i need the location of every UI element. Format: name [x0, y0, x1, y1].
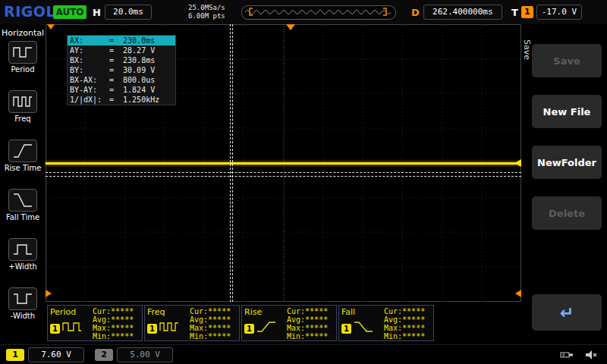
cursor-readout: AX: = 230.0ms AY: = 28.27 V BX: = 230.8m…	[67, 35, 176, 105]
cursor-ax-line[interactable]	[230, 24, 231, 302]
measurement-freq[interactable]: Freq 1 Cur:***** Avg:***** Max:***** Min…	[144, 305, 240, 341]
channel-badge: 1	[50, 324, 60, 334]
delay-label: D	[411, 7, 420, 18]
cursor-row-byay: BY-AY: = 1.824 V	[68, 85, 175, 95]
cursor-bx-line[interactable]	[232, 24, 233, 302]
memory-depth-value: 6.00M pts	[188, 12, 225, 20]
delay-value[interactable]: 262.400000ms	[423, 5, 502, 20]
menu-item-fall-time[interactable]: Fall Time	[0, 189, 46, 221]
freq-icon	[8, 90, 37, 113]
menu-item-label: Fall Time	[0, 213, 46, 221]
menu-item-label: Period	[0, 65, 46, 74]
left-menu: Horizontal Period Freq Rise Time Fall Ti…	[0, 24, 46, 343]
right-menu-tab: Save	[522, 39, 532, 60]
delay-group: D 262.400000ms	[411, 5, 502, 20]
offscreen-marker-left	[46, 290, 52, 297]
delay-reference-marker	[47, 24, 55, 30]
menu-item-pos-width[interactable]: +Width	[0, 238, 46, 271]
menu-item-period[interactable]: Period	[0, 41, 46, 74]
save-button[interactable]: Save	[532, 44, 602, 77]
h-label: H	[93, 7, 101, 18]
trigger-level-value[interactable]: -17.0 V	[536, 5, 582, 20]
cursor-row-bxax: BX-AX: = 800.0us	[68, 75, 175, 85]
graticule: AX: = 230.0ms AY: = 28.27 V BX: = 230.8m…	[46, 24, 521, 302]
cursor-ay-line[interactable]	[46, 172, 521, 173]
pos-width-icon	[8, 238, 37, 261]
period-icon	[8, 41, 37, 64]
menu-item-neg-width[interactable]: -Width	[0, 287, 46, 320]
neg-width-icon	[8, 287, 37, 310]
trigger-level-marker[interactable]	[515, 290, 521, 297]
measurement-rise[interactable]: Rise 1 Cur:***** Avg:***** Max:***** Min…	[241, 305, 337, 341]
cursor-row-ax: AX: = 230.0ms	[68, 36, 175, 46]
new-file-button[interactable]: New File	[532, 95, 602, 128]
cursor-row-freq: 1/|dX|: = 1.250kHz	[68, 95, 175, 105]
menu-item-label: Rise Time	[0, 164, 46, 172]
measurement-fall[interactable]: Fall 1 Cur:***** Avg:***** Max:***** Min…	[338, 305, 434, 341]
channel-badge: 1	[244, 324, 254, 334]
acquisition-status-badge: AUTO	[53, 5, 86, 19]
cursor-by-line[interactable]	[46, 176, 521, 177]
new-folder-button[interactable]: NewFolder	[532, 146, 602, 179]
oscilloscope-screen: RIGOL AUTO H 20.0ms 25.0MSa/s 6.00M pts …	[0, 0, 607, 364]
rise-meas-icon	[256, 321, 276, 336]
delete-button[interactable]: Delete	[532, 196, 602, 230]
waveform-preview-strip[interactable]	[241, 5, 396, 20]
top-bar: RIGOL AUTO H 20.0ms 25.0MSa/s 6.00M pts …	[0, 0, 607, 24]
channel-badge: 1	[147, 324, 157, 334]
rigol-logo: RIGOL	[4, 3, 55, 20]
rise-time-icon	[8, 140, 37, 162]
enter-arrow-icon: ↵	[560, 303, 574, 322]
timebase-value[interactable]: 20.0ms	[105, 5, 152, 20]
trigger-position-marker[interactable]	[286, 24, 295, 30]
ch1-badge[interactable]: 1	[6, 349, 24, 361]
cursor-row-bx: BX: = 230.8ms	[68, 55, 175, 65]
trigger-group: T 1 -17.0 V	[511, 5, 582, 20]
ch2-scale-value[interactable]: 5.00 V	[117, 347, 173, 362]
speaker-mute-icon[interactable]	[585, 350, 598, 360]
ch1-scale-value[interactable]: 7.60 V	[28, 347, 84, 362]
preview-waveform-icon	[242, 6, 394, 17]
ch1-trace	[46, 162, 521, 165]
horizontal-scale-group: H 20.0ms	[93, 5, 152, 20]
trigger-label: T	[511, 7, 518, 18]
menu-item-freq[interactable]: Freq	[0, 90, 46, 123]
menu-item-label: +Width	[0, 262, 46, 271]
measurement-row: Period 1 Cur:***** Avg:***** Max:***** M…	[47, 305, 434, 341]
freq-meas-icon	[159, 321, 179, 336]
period-meas-icon	[62, 321, 82, 336]
fall-time-icon	[8, 189, 37, 212]
channel-badge: 1	[341, 324, 351, 334]
usb-icon	[559, 350, 576, 360]
right-menu: Save Save New File NewFolder Delete ↵	[521, 24, 607, 343]
menu-item-rise-time[interactable]: Rise Time	[0, 140, 46, 172]
measurement-period[interactable]: Period 1 Cur:***** Avg:***** Max:***** M…	[47, 305, 143, 341]
left-menu-title: Horizontal	[0, 28, 46, 38]
window-right-bracket	[383, 8, 386, 15]
cursor-row-ay: AY: = 28.27 V	[68, 46, 175, 55]
sample-rate-value: 25.0MSa/s	[188, 4, 225, 12]
back-enter-button[interactable]: ↵	[532, 294, 602, 331]
fall-meas-icon	[354, 321, 373, 336]
menu-item-label: Freq	[0, 115, 46, 123]
sample-rate-readout: 25.0MSa/s 6.00M pts	[188, 4, 225, 20]
trigger-source-badge[interactable]: 1	[521, 6, 533, 18]
cursor-row-by: BY: = 30.09 V	[68, 65, 175, 75]
bottom-status-bar: 1 7.60 V 2 5.00 V	[0, 344, 607, 364]
menu-item-label: -Width	[0, 312, 46, 320]
ch1-level-marker[interactable]	[514, 159, 521, 167]
ch2-badge[interactable]: 2	[95, 349, 113, 361]
